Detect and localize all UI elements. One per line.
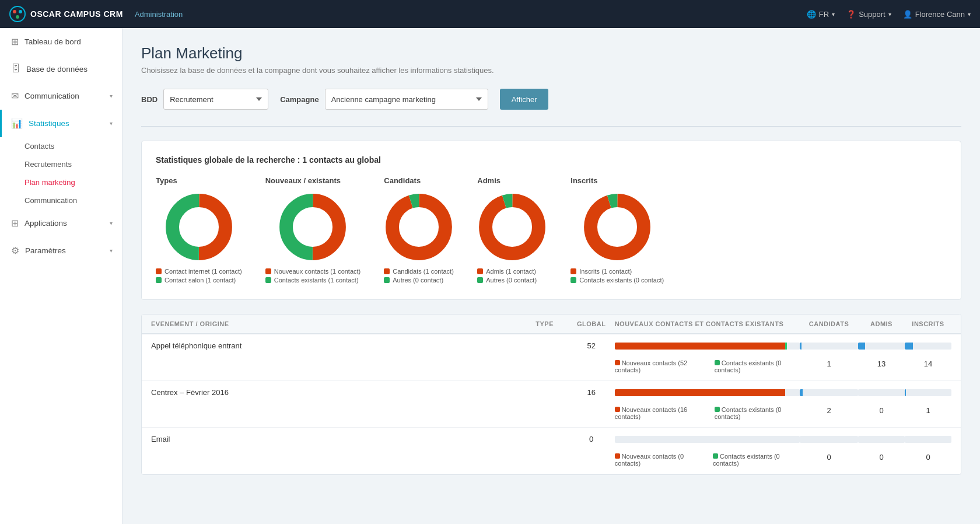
bdd-filter-group: BDD Recrutement (141, 89, 268, 110)
table-row-main-2: Email 0 (142, 428, 961, 450)
campagne-select[interactable]: Ancienne campagne marketing (325, 89, 488, 110)
legend-dot-cand-green (384, 277, 390, 283)
support-chevron: ▾ (888, 11, 891, 18)
main-content: Plan Marketing Choisissez la base de don… (123, 28, 980, 524)
th-global: GLOBAL (568, 320, 615, 327)
th-candidats: CANDIDATS (800, 320, 858, 327)
table-row-1: Centrex – Février 2016 16 (142, 381, 961, 428)
chart-candidats-legend: Candidats (1 contact) Autres (0 contact) (384, 268, 454, 285)
support-menu[interactable]: ❓ Support ▾ (846, 10, 891, 19)
leg-red-dot-1 (615, 407, 620, 412)
sidebar-sub-communication[interactable]: Communication (24, 191, 122, 209)
sidebar-item-applications[interactable]: ⊞ Applications ▾ (0, 209, 122, 237)
td-inscr-num-1: 1 (905, 406, 951, 420)
td-inscr-num-2: 0 (905, 453, 951, 467)
afficher-button[interactable]: Afficher (500, 89, 549, 110)
td-bar-0 (615, 343, 800, 350)
sidebar: ⊞ Tableau de bord 🗄 Base de données ✉ Co… (0, 28, 123, 524)
legend-candidats: Candidats (1 contact) (384, 268, 454, 275)
communication-icon: ✉ (11, 90, 19, 102)
row-legend-inner-2: Nouveaux contacts (0 contacts) Contacts … (615, 453, 800, 467)
svg-point-1 (13, 10, 16, 13)
td-cand-bar-1 (800, 389, 858, 396)
donut-svg-types (164, 192, 234, 262)
logo-icon (9, 6, 26, 22)
td-bar-1 (615, 389, 800, 396)
leg-red-dot-0 (615, 360, 620, 365)
comm-chevron: ▾ (110, 93, 113, 99)
table-row-0: Appel téléphonique entrant 52 (142, 334, 961, 381)
sidebar-item-parametres[interactable]: ⚙ Paramètres ▾ (0, 237, 122, 264)
admis-bar-1 (858, 389, 905, 396)
svg-point-2 (19, 10, 22, 13)
legend-dot-inscr-red (570, 268, 576, 274)
campagne-filter-group: Campagne Ancienne campagne marketing (280, 89, 488, 110)
td-admis-bar-2 (858, 436, 905, 443)
td-cand-num-1: 2 (800, 406, 858, 420)
sidebar-item-tableau-de-bord[interactable]: ⊞ Tableau de bord (0, 28, 122, 55)
table-header: EVENEMENT / ORIGINE TYPE GLOBAL NOUVEAUX… (142, 315, 961, 334)
main-bar-0 (615, 343, 800, 350)
page-subtitle: Choisissez la base de données et la comp… (141, 66, 961, 75)
legend-existants-contacts: Contacts existants (1 contact) (265, 277, 361, 284)
legend-admis: Admis (1 contact) (477, 268, 537, 275)
td-inscr-bar-1 (905, 389, 951, 396)
main-bar-2 (615, 436, 800, 443)
inscr-bar-fill-1 (905, 389, 906, 396)
database-icon: 🗄 (11, 64, 20, 74)
table-row-legend-2: Nouveaux contacts (0 contacts) Contacts … (142, 450, 961, 474)
language-selector[interactable]: 🌐 FR ▾ (807, 10, 835, 19)
chart-candidats-donut (384, 192, 454, 262)
user-chevron: ▾ (968, 11, 971, 18)
legend-inscrits: Inscrits (1 contact) (570, 268, 664, 275)
svg-point-3 (16, 15, 19, 19)
sidebar-sub-plan-marketing[interactable]: Plan marketing (24, 173, 122, 191)
row-legend-inner-0: Nouveaux contacts (52 contacts) Contacts… (615, 359, 800, 373)
bdd-select[interactable]: Recrutement (163, 89, 268, 110)
sidebar-item-base-de-donnees[interactable]: 🗄 Base de données (0, 55, 122, 82)
table-row-main-0: Appel téléphonique entrant 52 (142, 334, 961, 357)
charts-row: Types Contact internet (1 contact) (156, 176, 947, 285)
stats-title: Statistiques globale de la recherche : 1… (156, 155, 947, 165)
cand-bar-0 (800, 343, 858, 350)
svg-point-18 (601, 210, 634, 243)
stats-chevron: ▾ (110, 120, 113, 127)
legend-dot-red2 (265, 268, 271, 274)
table-row-main-1: Centrex – Février 2016 16 (142, 381, 961, 404)
globe-icon: 🌐 (807, 10, 816, 19)
cand-bar-fill-1 (800, 389, 803, 396)
chart-inscrits-legend: Inscrits (1 contact) Contacts existants … (570, 268, 664, 285)
user-name: Florence Cann (915, 10, 965, 19)
leg-green-dot-1 (715, 407, 720, 412)
dashboard-icon: ⊞ (11, 36, 19, 47)
topnav: OSCAR CAMPUS CRM Administration 🌐 FR ▾ ❓… (0, 0, 980, 28)
lang-chevron: ▾ (832, 11, 835, 18)
admin-label: Administration (135, 10, 183, 19)
legend-dot-green (156, 277, 162, 283)
td-inscr-bar-0 (905, 343, 951, 350)
chart-admis-label: Admis (477, 176, 501, 185)
chart-nouveaux-legend: Nouveaux contacts (1 contact) Contacts e… (265, 268, 361, 285)
legend-dot-green2 (265, 277, 271, 283)
cand-bar-fill-0 (800, 343, 802, 350)
legend-existants-inscrits: Contacts existants (0 contact) (570, 277, 664, 284)
logo[interactable]: OSCAR CAMPUS CRM (9, 6, 123, 22)
td-cand-bar-2 (800, 436, 858, 443)
sidebar-item-communication[interactable]: ✉ Communication ▾ (0, 82, 122, 110)
sidebar-label-params: Paramètres (25, 246, 66, 255)
cand-bar-2 (800, 436, 858, 443)
chart-nouveaux: Nouveaux / existants Nouveaux contacts (… (265, 176, 361, 285)
lang-label: FR (819, 10, 829, 19)
sidebar-sub-recrutements[interactable]: Recrutements (24, 155, 122, 173)
admis-bar-2 (858, 436, 905, 443)
sidebar-item-statistiques[interactable]: 📊 Statistiques ▾ (0, 110, 122, 137)
sidebar-sub-contacts[interactable]: Contacts (24, 137, 122, 155)
table-row-2: Email 0 (142, 428, 961, 474)
campagne-label: Campagne (280, 95, 318, 104)
bdd-label: BDD (141, 95, 158, 104)
main-layout: ⊞ Tableau de bord 🗄 Base de données ✉ Co… (0, 28, 980, 524)
stats-card: Statistiques globale de la recherche : 1… (141, 141, 961, 300)
apps-chevron: ▾ (110, 220, 113, 226)
user-menu[interactable]: 👤 Florence Cann ▾ (903, 10, 971, 19)
th-admis: ADMIS (858, 320, 905, 327)
